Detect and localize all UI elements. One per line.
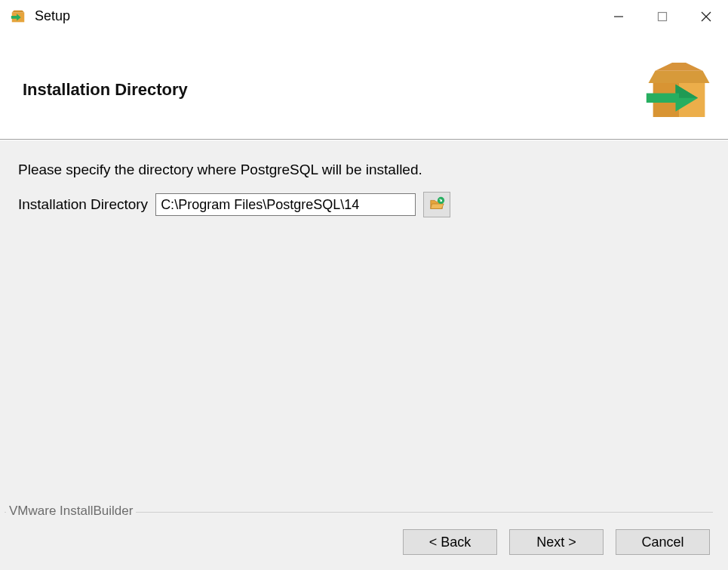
installer-box-icon <box>645 56 713 124</box>
window-controls <box>597 0 728 32</box>
footer-group: VMware InstallBuilder < Back Next > Canc… <box>5 512 713 555</box>
content-area: Please specify the directory where Postg… <box>0 140 728 509</box>
footer: VMware InstallBuilder < Back Next > Canc… <box>0 509 728 570</box>
browse-button[interactable] <box>423 192 450 217</box>
titlebar: Setup <box>0 0 728 33</box>
window-title: Setup <box>35 8 70 24</box>
page-title: Installation Directory <box>23 80 645 100</box>
wizard-buttons: < Back Next > Cancel <box>5 513 713 555</box>
cancel-button[interactable]: Cancel <box>616 529 710 555</box>
back-button[interactable]: < Back <box>403 529 497 555</box>
svg-rect-4 <box>659 12 667 20</box>
instruction-text: Please specify the directory where Postg… <box>18 162 710 178</box>
minimize-button[interactable] <box>597 0 640 32</box>
next-button[interactable]: Next > <box>509 529 604 555</box>
app-icon <box>9 8 27 26</box>
close-button[interactable] <box>684 0 728 32</box>
install-dir-input[interactable] <box>155 193 416 216</box>
install-dir-row: Installation Directory <box>18 192 710 217</box>
install-dir-label: Installation Directory <box>18 196 148 213</box>
svg-marker-12 <box>656 63 703 71</box>
svg-marker-1 <box>12 10 25 12</box>
header-area: Installation Directory <box>0 33 728 140</box>
maximize-button[interactable] <box>640 0 684 32</box>
folder-open-icon <box>429 196 445 214</box>
branding-label: VMware InstallBuilder <box>6 504 136 519</box>
